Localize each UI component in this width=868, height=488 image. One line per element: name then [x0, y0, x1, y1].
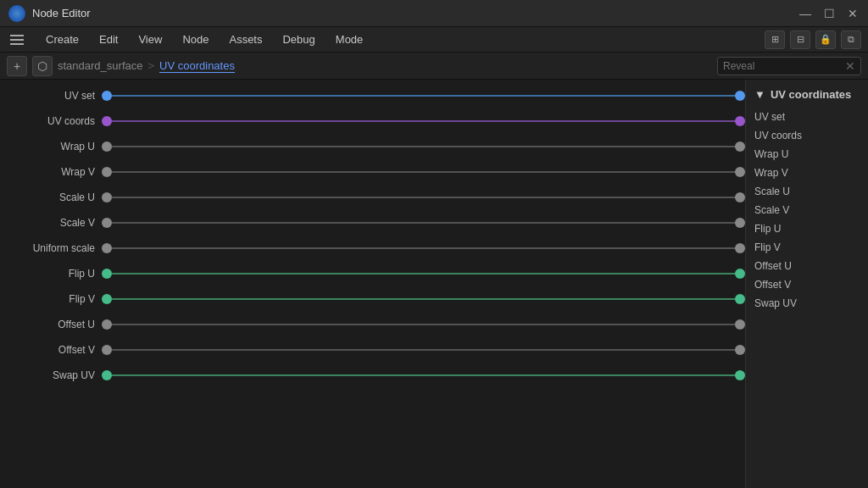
breadcrumb-current: UV coordinates: [159, 59, 235, 73]
panel-row[interactable]: Swap UV: [746, 294, 868, 313]
toolbar: + ⬡ standard_surface > UV coordinates ✕: [0, 53, 868, 80]
node-dot-left[interactable]: [102, 116, 112, 126]
node-row-label: Wrap V: [0, 166, 102, 178]
search-clear-button[interactable]: ✕: [845, 59, 855, 73]
node-row-label: UV coords: [0, 115, 102, 127]
panel-row[interactable]: Offset U: [746, 257, 868, 275]
node-dot-left[interactable]: [102, 141, 112, 152]
panel-row[interactable]: Scale V: [746, 201, 868, 219]
node-row: Flip V: [0, 286, 745, 312]
maximize-button[interactable]: ☐: [822, 7, 836, 20]
panel-row[interactable]: Offset V: [746, 275, 868, 294]
node-row-label: Uniform scale: [0, 242, 102, 254]
node-dot-left[interactable]: [102, 243, 112, 253]
panel-row[interactable]: Wrap V: [746, 164, 868, 182]
node-row-label: Swap UV: [0, 369, 102, 381]
node-row: Flip U: [0, 261, 745, 286]
search-input[interactable]: [723, 60, 842, 72]
hamburger-menu[interactable]: [7, 31, 27, 48]
node-dot-right[interactable]: [735, 218, 745, 228]
node-dot-right[interactable]: [735, 141, 745, 152]
node-dot-right[interactable]: [735, 243, 745, 253]
panel-row[interactable]: Scale U: [746, 182, 868, 201]
panel-left-icon[interactable]: ⊞: [765, 30, 785, 49]
node-dot-left[interactable]: [102, 91, 112, 101]
menu-icon-group: ⊞ ⊟ 🔒 ⧉: [765, 30, 861, 49]
node-dot-right[interactable]: [735, 116, 745, 126]
node-dot-right[interactable]: [735, 370, 745, 380]
node-dot-left[interactable]: [102, 167, 112, 177]
panel-right-icon[interactable]: ⊟: [790, 30, 810, 49]
lock-icon[interactable]: 🔒: [815, 30, 836, 49]
breadcrumb: standard_surface > UV coordinates: [58, 59, 235, 73]
node-dot-left[interactable]: [102, 192, 112, 202]
node-dot-left[interactable]: [102, 269, 112, 279]
node-row-label: Offset U: [0, 319, 102, 330]
node-row-label: UV set: [0, 90, 102, 102]
menu-create[interactable]: Create: [37, 30, 87, 48]
node-dot-right[interactable]: [735, 319, 745, 330]
app-icon: [8, 5, 25, 22]
node-row: UV set: [0, 83, 745, 108]
node-row-label: Flip U: [0, 268, 102, 280]
search-box: ✕: [717, 57, 861, 75]
breadcrumb-root[interactable]: standard_surface: [58, 59, 142, 72]
menu-view[interactable]: View: [130, 30, 170, 48]
close-button[interactable]: ✕: [846, 7, 860, 20]
node-row: Scale V: [0, 210, 745, 236]
node-row-label: Offset V: [0, 344, 102, 356]
breadcrumb-sep: >: [147, 59, 154, 72]
app-title: Node Editor: [32, 7, 91, 19]
external-icon[interactable]: ⧉: [841, 30, 861, 49]
node-row: Uniform scale: [0, 236, 745, 261]
menu-debug[interactable]: Debug: [274, 30, 323, 48]
menubar: Create Edit View Node Assets Debug Mode …: [0, 27, 868, 53]
node-row: Scale U: [0, 185, 745, 210]
node-dot-right[interactable]: [735, 192, 745, 202]
panel-row[interactable]: UV coords: [746, 126, 868, 145]
node-row: Wrap V: [0, 159, 745, 185]
panel-row[interactable]: Flip V: [746, 238, 868, 257]
node-dot-right[interactable]: [735, 269, 745, 279]
node-rows: UV setUV coordsWrap UWrap VScale UScale …: [0, 80, 745, 388]
menu-node[interactable]: Node: [174, 30, 217, 48]
panel-row[interactable]: Wrap U: [746, 145, 868, 164]
node-dot-left[interactable]: [102, 294, 112, 304]
panel-title: ▼ UV coordinates: [746, 85, 868, 108]
menu-assets[interactable]: Assets: [220, 30, 270, 48]
right-panel: ▼ UV coordinates UV setUV coordsWrap UWr…: [745, 80, 868, 488]
node-row-label: Scale U: [0, 191, 102, 203]
panel-expand-icon[interactable]: ▼: [754, 88, 765, 101]
node-row: UV coords: [0, 108, 745, 134]
main-area: UV setUV coordsWrap UWrap VScale UScale …: [0, 80, 868, 488]
node-dot-left[interactable]: [102, 370, 112, 380]
shape-button[interactable]: ⬡: [32, 56, 53, 76]
minimize-button[interactable]: —: [798, 7, 812, 20]
add-button[interactable]: +: [7, 56, 27, 76]
node-row: Offset V: [0, 337, 745, 363]
node-dot-right[interactable]: [735, 345, 745, 355]
node-row: Wrap U: [0, 134, 745, 159]
menu-mode[interactable]: Mode: [327, 30, 372, 48]
menu-edit[interactable]: Edit: [91, 30, 126, 48]
panel-row[interactable]: UV set: [746, 108, 868, 126]
panel-title-text: UV coordinates: [771, 88, 851, 101]
panel-row[interactable]: Flip U: [746, 219, 868, 238]
node-row-label: Wrap U: [0, 141, 102, 152]
node-dot-left[interactable]: [102, 218, 112, 228]
node-dot-right[interactable]: [735, 91, 745, 101]
node-row-label: Flip V: [0, 293, 102, 305]
node-dot-right[interactable]: [735, 294, 745, 304]
node-dot-left[interactable]: [102, 345, 112, 355]
node-row-label: Scale V: [0, 217, 102, 229]
titlebar: Node Editor — ☐ ✕: [0, 0, 868, 27]
node-dot-right[interactable]: [735, 167, 745, 177]
window-controls: — ☐ ✕: [798, 7, 860, 20]
node-dot-left[interactable]: [102, 319, 112, 330]
node-row: Swap UV: [0, 363, 745, 388]
node-row: Offset U: [0, 312, 745, 337]
panel-rows-container: UV setUV coordsWrap UWrap VScale UScale …: [746, 108, 868, 313]
node-canvas: UV setUV coordsWrap UWrap VScale UScale …: [0, 80, 745, 488]
